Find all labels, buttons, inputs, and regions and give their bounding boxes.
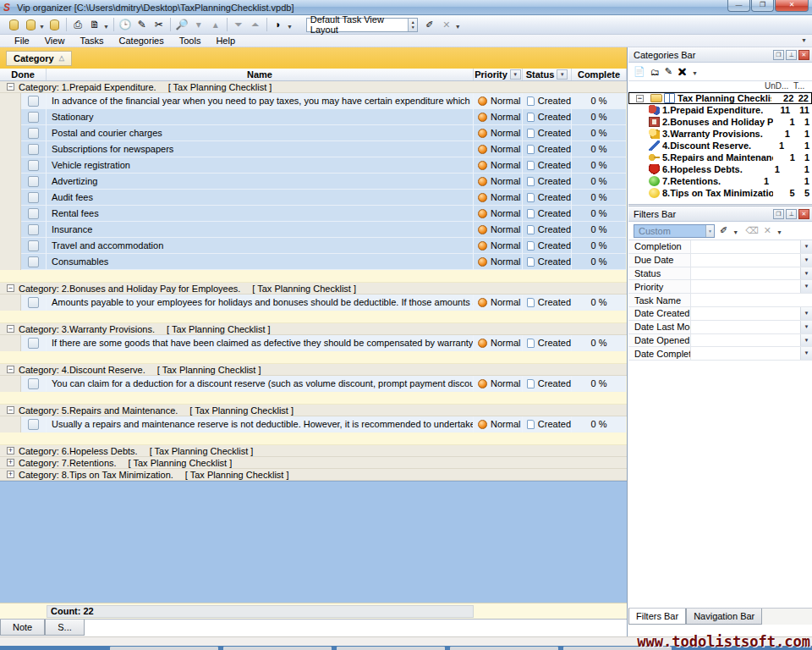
filters-toolbar-caret[interactable]: ▼ (776, 229, 782, 235)
column-header-done[interactable]: Done (0, 69, 47, 80)
close-button[interactable]: ✕ (775, 0, 809, 12)
task-row[interactable]: Usually a repairs and maintenance reserv… (0, 416, 627, 432)
new-task-icon[interactable]: 🕒 (117, 17, 134, 33)
tree-item[interactable]: 2.Bonuses and Holiday Pay11 (628, 116, 812, 128)
group-row[interactable]: −Category: 3.Warranty Provisions.[ Tax P… (0, 323, 627, 335)
highlighter-caret[interactable]: ▼ (287, 24, 293, 30)
task-checkbox[interactable] (28, 240, 39, 251)
task-checkbox[interactable] (28, 378, 39, 389)
save-database-icon[interactable] (47, 17, 63, 33)
task-row[interactable]: Postal and courier chargesNormalCreated0… (0, 125, 627, 141)
column-undone[interactable]: UnD... (765, 81, 793, 91)
filter-value-field[interactable] (691, 254, 800, 267)
column-header-status[interactable]: Status ▼ (523, 69, 572, 80)
filter-preset-spinner[interactable]: ▼ (705, 225, 714, 237)
task-checkbox[interactable] (28, 144, 39, 155)
task-checkbox[interactable] (28, 256, 39, 267)
delete-category-icon[interactable]: 🗙 (678, 67, 687, 77)
save-layout-icon[interactable]: ✐ (421, 17, 438, 33)
print-icon[interactable]: ⎙ (69, 17, 86, 33)
open-database-icon[interactable] (22, 17, 39, 33)
tab-navigation-bar[interactable]: Navigation Bar (686, 609, 762, 625)
new-database-icon[interactable] (5, 17, 22, 33)
tree-item[interactable]: 7.Retentions.11 (628, 175, 812, 187)
task-checkbox[interactable] (28, 338, 39, 349)
tree-item[interactable]: 1.Prepaid Expenditure.1111 (628, 104, 812, 116)
filter-value-field[interactable] (691, 240, 800, 253)
tree-item[interactable]: 3.Warranty Provisions.11 (628, 128, 812, 140)
filter-value-field[interactable] (691, 280, 800, 293)
task-row[interactable]: StationaryNormalCreated0 % (0, 109, 627, 125)
filter-dropdown-icon[interactable]: ▼ (800, 321, 812, 333)
tab-s[interactable]: S... (45, 620, 85, 636)
tab-filters-bar[interactable]: Filters Bar (628, 609, 686, 625)
edit-category-icon[interactable]: ✎ (665, 66, 672, 77)
task-checkbox[interactable] (28, 208, 39, 219)
tree-item[interactable]: 6.Hopeless Debts.11 (628, 163, 812, 175)
task-checkbox[interactable] (28, 192, 39, 203)
filter-dropdown-icon[interactable]: ▼ (800, 280, 812, 293)
new-subcategory-icon[interactable]: 🗂 (650, 67, 660, 77)
filter-value-field[interactable] (691, 307, 800, 320)
categories-close-icon[interactable]: ✕ (798, 50, 809, 60)
task-checkbox[interactable] (28, 128, 39, 139)
categories-toolbar-caret[interactable]: ▼ (692, 70, 698, 76)
tab-note[interactable]: Note (0, 620, 45, 636)
delete-layout-icon[interactable]: ✕ (438, 17, 455, 33)
task-row[interactable]: Travel and accommodationNormalCreated0 % (0, 238, 627, 254)
filter-value-field[interactable] (691, 294, 812, 306)
filter-dropdown-icon[interactable]: ▼ (800, 254, 812, 267)
expand-group-icon[interactable]: + (7, 471, 14, 478)
task-row[interactable]: You can claim for a deduction for a disc… (0, 376, 627, 392)
find-task-icon[interactable]: 🔎 (173, 17, 190, 33)
filter-preset-combobox[interactable]: Custom ▼ (634, 224, 715, 238)
menu-tools[interactable]: Tools (172, 36, 209, 46)
column-header-name[interactable]: Name (47, 69, 474, 80)
layout-combobox[interactable]: Default Task View Layout ▲▼ (306, 18, 418, 32)
save-filter-icon[interactable]: ✐ (720, 225, 727, 236)
maximize-button[interactable]: ❐ (751, 0, 774, 12)
open-database-caret[interactable]: ▼ (39, 24, 45, 30)
filter-value-field[interactable] (691, 321, 800, 333)
tree-item[interactable]: 8.Tips on Tax Minimization.55 (628, 187, 812, 199)
task-checkbox[interactable] (28, 224, 39, 235)
menu-file[interactable]: File (7, 36, 37, 46)
layout-toolbar-caret[interactable]: ▼ (455, 24, 461, 30)
delete-filter-icon[interactable]: ✕ (764, 225, 771, 236)
menu-view[interactable]: View (37, 36, 73, 46)
new-category-icon[interactable]: 📄 (634, 66, 645, 77)
print-preview-icon[interactable]: 🗎 (86, 17, 103, 33)
menu-tasks[interactable]: Tasks (72, 36, 111, 46)
group-row[interactable]: −Category: 5.Repairs and Maintenance.[ T… (0, 405, 627, 416)
task-row[interactable]: Vehicle registrationNormalCreated0 % (0, 157, 627, 174)
categories-pin-icon[interactable]: ⊥ (786, 50, 797, 60)
filter-dropdown-icon[interactable]: ▼ (800, 334, 812, 347)
collapse-group-icon[interactable]: − (7, 284, 14, 292)
group-row[interactable]: −Category: 4.Discount Reserve.[ Tax Plan… (0, 364, 627, 376)
filter-dropdown-icon[interactable]: ▼ (800, 307, 812, 320)
filters-close-icon[interactable]: ✕ (798, 209, 809, 219)
filters-restore-icon[interactable]: ❐ (773, 209, 784, 219)
group-by-category-button[interactable]: Category △ (6, 51, 72, 66)
tree-item[interactable]: 4.Discount Reserve.11 (628, 140, 812, 151)
task-row[interactable]: AdvertizingNormalCreated0 % (0, 174, 627, 190)
highlighter-icon[interactable]: ◗ (270, 17, 287, 33)
tree-item[interactable]: 5.Repairs and Maintenance.11 (628, 151, 812, 163)
task-row[interactable]: Rental feesNormalCreated0 % (0, 206, 627, 222)
task-row[interactable]: Subscriptions for newspapersNormalCreate… (0, 141, 627, 157)
filter-value-field[interactable] (691, 267, 800, 280)
task-checkbox[interactable] (28, 419, 39, 430)
column-total[interactable]: T... (793, 81, 812, 91)
filter-dropdown-icon[interactable]: ▼ (800, 347, 812, 360)
collapse-group-icon[interactable]: − (7, 83, 14, 91)
task-row[interactable]: ConsumablesNormalCreated0 % (0, 254, 627, 270)
column-header-complete[interactable]: Complete (572, 69, 627, 80)
task-row[interactable]: Audit feesNormalCreated0 % (0, 190, 627, 206)
edit-task-icon[interactable]: ✎ (134, 17, 151, 33)
menu-help[interactable]: Help (208, 36, 243, 46)
task-checkbox[interactable] (28, 176, 39, 187)
task-checkbox[interactable] (28, 96, 39, 107)
group-row[interactable]: +Category: 6.Hopeless Debts.[ Tax Planni… (0, 445, 627, 457)
task-row[interactable]: InsuranceNormalCreated0 % (0, 222, 627, 238)
filters-pin-icon[interactable]: ⊥ (786, 209, 797, 219)
